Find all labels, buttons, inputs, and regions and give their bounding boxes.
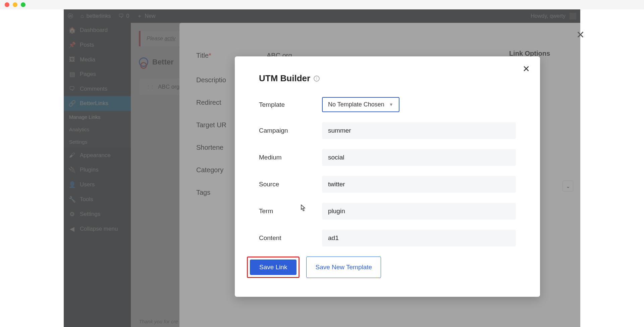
source-input[interactable] xyxy=(322,176,516,193)
term-input[interactable] xyxy=(322,203,516,220)
template-selected-value: No Template Chosen xyxy=(328,101,384,108)
term-label: Term xyxy=(259,207,322,215)
source-label: Source xyxy=(259,181,322,188)
campaign-input[interactable] xyxy=(322,122,516,139)
utm-builder-modal: ✕ UTM Builder i Template No Template Cho… xyxy=(235,56,540,297)
chevron-down-icon: ▼ xyxy=(389,102,393,107)
medium-label: Medium xyxy=(259,154,322,161)
mac-window-chrome xyxy=(0,0,644,9)
utm-modal-title: UTM Builder xyxy=(259,73,310,84)
template-label: Template xyxy=(259,101,322,108)
close-icon[interactable]: ✕ xyxy=(523,64,530,74)
medium-input[interactable] xyxy=(322,149,516,166)
mac-zoom-dot[interactable] xyxy=(21,2,25,7)
save-new-template-button[interactable]: Save New Template xyxy=(306,256,381,278)
content-label: Content xyxy=(259,234,322,242)
content-input[interactable] xyxy=(322,230,516,246)
info-icon[interactable]: i xyxy=(314,76,320,82)
save-link-highlight: Save Link xyxy=(247,256,300,278)
template-select[interactable]: No Template Chosen ▼ xyxy=(322,97,399,112)
save-link-button[interactable]: Save Link xyxy=(250,260,297,275)
campaign-label: Campaign xyxy=(259,127,322,134)
mac-minimize-dot[interactable] xyxy=(13,2,17,7)
mac-close-dot[interactable] xyxy=(5,2,9,7)
